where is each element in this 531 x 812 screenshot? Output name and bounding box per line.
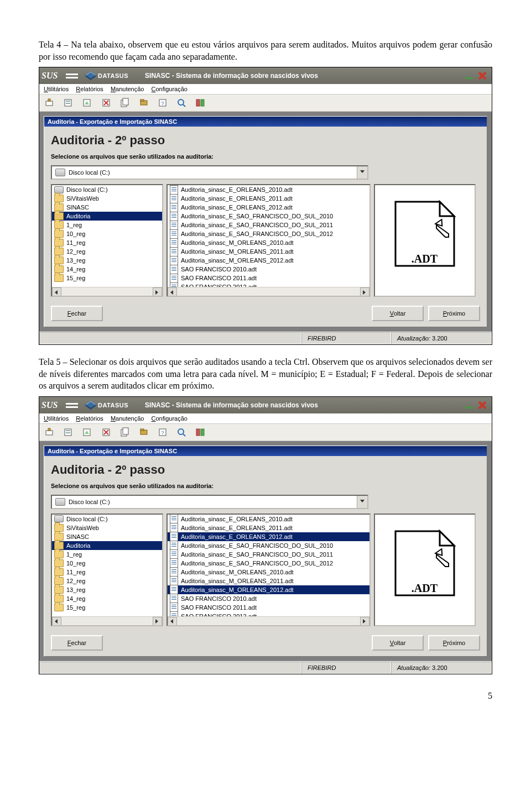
file-row[interactable]: Auditoria_sinasc_E_ORLEANS_2010.adt <box>168 185 369 194</box>
toolbar-button-8[interactable] <box>194 426 206 438</box>
proximo-button[interactable]: Próximo <box>428 635 480 651</box>
folder-row[interactable]: 12_reg <box>52 577 162 585</box>
file-row[interactable]: Auditoria_sinasc_E_ORLEANS_2012.adt <box>168 203 369 212</box>
proximo-button[interactable]: Próximo <box>428 306 480 321</box>
folder-row[interactable]: 15_reg <box>52 603 162 612</box>
file-row[interactable]: SAO FRANCISCO 2010.adt <box>168 594 369 603</box>
statusbar: FIREBIRD Atualização: 3.200 <box>39 661 492 674</box>
svg-text:.ADT: .ADT <box>412 253 438 265</box>
fechar-button[interactable]: Fechar <box>51 306 103 321</box>
folder-row[interactable]: 11_reg <box>52 238 162 247</box>
folder-row[interactable]: Disco local (C:) <box>52 185 162 194</box>
folder-row[interactable]: 14_reg <box>52 265 162 274</box>
file-row[interactable]: Auditoria_sinasc_M_ORLEANS_2011.adt <box>168 577 369 585</box>
toolbar-button-5[interactable] <box>138 426 150 438</box>
toolbar-button-4[interactable] <box>119 97 131 109</box>
folder-row[interactable]: 13_reg <box>52 256 162 265</box>
file-row[interactable]: SAO FRANCISCO 2011.adt <box>168 603 369 612</box>
drive-combo[interactable]: Disco local (C:) <box>51 495 368 509</box>
folder-row[interactable]: SiVitaisWeb <box>52 194 162 203</box>
file-row[interactable]: Auditoria_sinasc_M_ORLEANS_2010.adt <box>168 238 369 247</box>
toolbar-button-4[interactable] <box>119 426 131 438</box>
scrollbar-horizontal[interactable] <box>168 616 369 625</box>
folder-row[interactable]: 14_reg <box>52 594 162 603</box>
folder-row[interactable]: SINASC <box>52 203 162 212</box>
file-row[interactable]: Auditoria_sinasc_E_SAO_FRANCISCO_DO_SUL_… <box>168 541 369 550</box>
file-row[interactable]: SAO FRANCISCO 2011.adt <box>168 274 369 282</box>
file-row[interactable]: Auditoria_sinasc_E_ORLEANS_2011.adt <box>168 194 369 203</box>
file-row[interactable]: Auditoria_sinasc_E_SAO_FRANCISCO_DO_SUL_… <box>168 229 369 238</box>
folder-row[interactable]: 15_reg <box>52 274 162 282</box>
folder-row[interactable]: Disco local (C:) <box>52 515 162 523</box>
menu-relatorios[interactable]: Relatórios <box>76 415 103 422</box>
folder-tree-pane[interactable]: Disco local (C:)SiVitaisWebSINASCAuditor… <box>51 184 163 297</box>
file-row[interactable]: Auditoria_sinasc_M_ORLEANS_2012.adt <box>168 256 369 265</box>
minimize-icon[interactable] <box>464 72 474 80</box>
scrollbar-horizontal[interactable] <box>52 287 162 296</box>
voltar-button[interactable]: Voltar <box>372 635 424 651</box>
minimize-icon[interactable] <box>464 401 474 409</box>
scrollbar-horizontal[interactable] <box>168 287 369 296</box>
folder-row[interactable]: 1_reg <box>52 221 162 229</box>
menu-utilitarios[interactable]: Utilitários <box>44 86 69 92</box>
menu-manutencao[interactable]: Manutenção <box>111 415 144 422</box>
fechar-button[interactable]: Fechar <box>51 635 103 651</box>
file-row[interactable]: Auditoria_sinasc_E_ORLEANS_2012.adt <box>168 532 369 541</box>
folder-row[interactable]: Auditoria <box>52 541 162 550</box>
toolbar-button-6[interactable]: ? <box>157 97 169 109</box>
folder-row[interactable]: 10_reg <box>52 229 162 238</box>
drive-combo[interactable]: Disco local (C:) <box>51 165 368 180</box>
svg-marker-63 <box>170 619 173 624</box>
toolbar-button-2[interactable] <box>81 426 93 438</box>
chevron-down-icon[interactable] <box>357 166 367 179</box>
folder-tree-pane[interactable]: Disco local (C:)SiVitaisWebSINASCAuditor… <box>51 514 163 626</box>
toolbar-button-5[interactable] <box>138 97 150 109</box>
folder-row[interactable]: SiVitaisWeb <box>52 523 162 532</box>
file-row[interactable]: Auditoria_sinasc_E_SAO_FRANCISCO_DO_SUL_… <box>168 212 369 221</box>
menu-relatorios[interactable]: Relatórios <box>76 86 103 92</box>
menu-utilitarios[interactable]: Utilitários <box>44 415 69 422</box>
window-title: SINASC - Sistema de informação sobre nas… <box>145 401 464 409</box>
file-row[interactable]: Auditoria_sinasc_M_ORLEANS_2011.adt <box>168 247 369 256</box>
disk-icon <box>55 498 65 506</box>
menu-configuracao[interactable]: Configuração <box>152 86 188 92</box>
chevron-down-icon[interactable] <box>357 496 367 508</box>
toolbar-button-0[interactable] <box>44 97 56 109</box>
file-list-pane[interactable]: Auditoria_sinasc_E_ORLEANS_2010.adtAudit… <box>166 514 371 626</box>
menu-manutencao[interactable]: Manutenção <box>111 86 144 92</box>
folder-row[interactable]: Auditoria <box>52 212 162 221</box>
folder-row[interactable]: 11_reg <box>52 568 162 577</box>
folder-row[interactable]: 13_reg <box>52 585 162 594</box>
close-icon[interactable] <box>477 71 487 81</box>
file-row[interactable]: Auditoria_sinasc_M_ORLEANS_2010.adt <box>168 568 369 577</box>
toolbar-button-8[interactable] <box>194 97 206 109</box>
toolbar-button-0[interactable] <box>44 426 56 438</box>
voltar-button[interactable]: Voltar <box>372 306 424 321</box>
scrollbar-horizontal[interactable] <box>52 616 162 625</box>
toolbar-button-7[interactable] <box>175 97 188 109</box>
folder-row[interactable]: 12_reg <box>52 247 162 256</box>
toolbar-button-6[interactable]: ? <box>157 426 169 438</box>
file-row[interactable]: Auditoria_sinasc_E_SAO_FRANCISCO_DO_SUL_… <box>168 550 369 559</box>
toolbar-button-2[interactable] <box>81 97 93 109</box>
file-row[interactable]: Auditoria_sinasc_E_ORLEANS_2011.adt <box>168 523 369 532</box>
folder-label: Auditoria <box>66 213 90 219</box>
close-icon[interactable] <box>477 400 487 410</box>
toolbar-button-3[interactable] <box>100 426 112 438</box>
file-row[interactable]: Auditoria_sinasc_E_SAO_FRANCISCO_DO_SUL_… <box>168 559 369 568</box>
toolbar-button-1[interactable] <box>63 97 75 109</box>
toolbar-button-3[interactable] <box>100 97 112 109</box>
file-row[interactable]: Auditoria_sinasc_E_SAO_FRANCISCO_DO_SUL_… <box>168 221 369 229</box>
toolbar-button-1[interactable] <box>63 426 75 438</box>
file-row[interactable]: Auditoria_sinasc_M_ORLEANS_2012.adt <box>168 585 369 594</box>
menu-configuracao[interactable]: Configuração <box>152 415 188 422</box>
folder-row[interactable]: 10_reg <box>52 559 162 568</box>
folder-row[interactable]: SINASC <box>52 532 162 541</box>
file-row[interactable]: SAO FRANCISCO 2010.adt <box>168 265 369 274</box>
folder-row[interactable]: 1_reg <box>52 550 162 559</box>
file-row[interactable]: Auditoria_sinasc_E_ORLEANS_2010.adt <box>168 515 369 523</box>
file-label: Auditoria_sinasc_M_ORLEANS_2010.adt <box>181 239 294 246</box>
file-list-pane[interactable]: Auditoria_sinasc_E_ORLEANS_2010.adtAudit… <box>166 184 371 297</box>
toolbar-button-7[interactable] <box>175 426 188 438</box>
svg-rect-18 <box>140 99 144 101</box>
